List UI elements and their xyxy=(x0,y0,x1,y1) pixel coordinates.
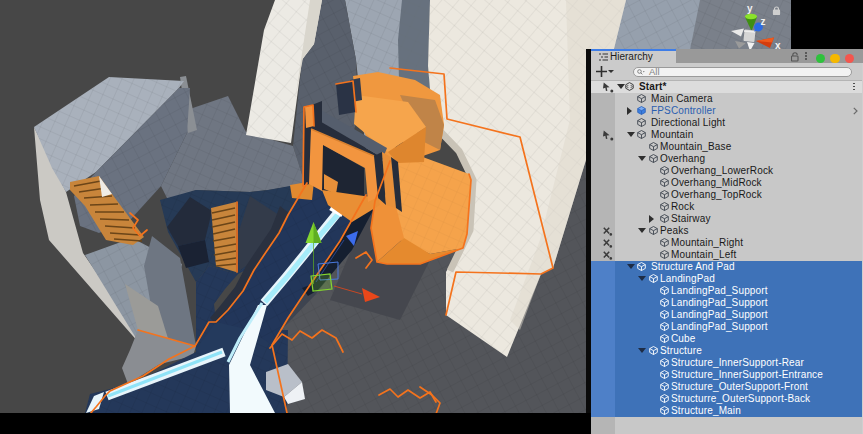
svg-text:z: z xyxy=(761,16,766,27)
svg-text:y: y xyxy=(747,3,753,14)
